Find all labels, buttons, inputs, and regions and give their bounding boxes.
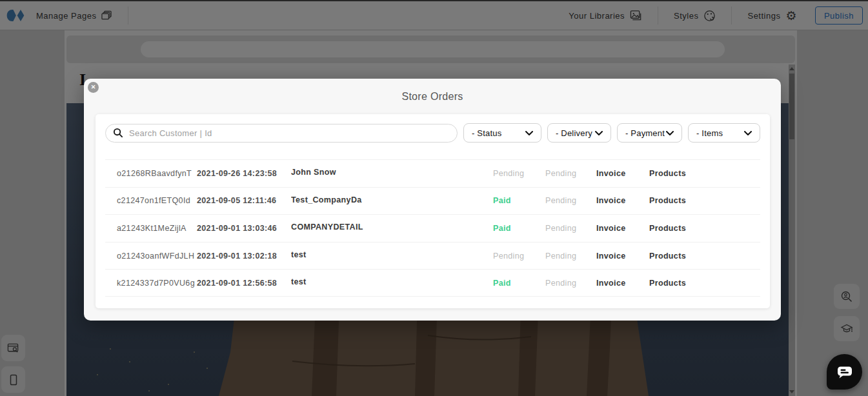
chevron-down-icon	[525, 131, 533, 135]
chevron-down-icon	[744, 131, 752, 135]
items-filter-select[interactable]: - Items	[688, 123, 760, 143]
chat-bubble-icon	[836, 366, 853, 379]
search-field-wrap	[105, 124, 458, 143]
chevron-down-icon	[595, 131, 603, 135]
order-customer: test	[291, 250, 493, 261]
delivery-filter-select[interactable]: - Delivery	[547, 123, 611, 143]
order-delivery: Pending	[545, 252, 596, 261]
order-row: a21243Kt1MeZijlA 2021-09-01 13:03:46 COM…	[105, 214, 760, 242]
order-row: o21243oanfWFdJLH 2021-09-01 13:02:18 tes…	[105, 242, 760, 270]
order-row: k2124337d7P0VU6g 2021-09-01 12:56:58 tes…	[105, 269, 760, 297]
products-link[interactable]: Products	[649, 224, 760, 233]
invoice-link[interactable]: Invoice	[596, 224, 649, 233]
order-status: Pending	[493, 252, 545, 261]
modal-title: Store Orders	[84, 91, 781, 103]
orders-table: o21268RBaavdfynT 2021-09-26 14:23:58 Joh…	[105, 159, 760, 297]
order-id: o21268RBaavdfynT	[117, 169, 197, 178]
order-status: Paid	[493, 279, 545, 288]
store-orders-modal: ✕ Store Orders - Status - Delivery	[84, 79, 781, 321]
order-date: 2021-09-01 13:03:46	[197, 224, 291, 233]
search-icon	[113, 128, 123, 138]
order-status: Paid	[493, 196, 545, 205]
order-delivery: Pending	[545, 279, 596, 288]
order-date: 2021-09-26 14:23:58	[197, 169, 291, 178]
products-link[interactable]: Products	[649, 196, 760, 205]
order-customer: COMPANYDETAIL	[291, 223, 493, 233]
filter-label: - Status	[472, 128, 501, 138]
filter-label: - Payment	[625, 128, 665, 138]
products-link[interactable]: Products	[649, 169, 760, 178]
order-customer: John Snow	[291, 168, 493, 179]
invoice-link[interactable]: Invoice	[596, 252, 649, 261]
order-customer: Test_CompanyDa	[291, 195, 493, 206]
filter-label: - Items	[696, 128, 723, 138]
products-link[interactable]: Products	[649, 252, 760, 261]
order-date: 2021-09-01 12:56:58	[197, 279, 291, 288]
order-delivery: Pending	[545, 224, 596, 233]
order-id: o21243oanfWFdJLH	[117, 252, 197, 261]
status-filter-select[interactable]: - Status	[463, 123, 541, 143]
invoice-link[interactable]: Invoice	[596, 279, 649, 288]
order-delivery: Pending	[545, 196, 596, 205]
order-id: k2124337d7P0VU6g	[117, 279, 197, 288]
order-date: 2021-09-05 12:11:46	[197, 196, 291, 205]
order-row: c21247on1fETQ0Id 2021-09-05 12:11:46 Tes…	[105, 187, 760, 215]
chevron-down-icon	[666, 131, 674, 135]
order-status: Paid	[493, 224, 545, 233]
order-date: 2021-09-01 13:02:18	[197, 252, 291, 261]
order-row: o21268RBaavdfynT 2021-09-26 14:23:58 Joh…	[105, 159, 760, 187]
invoice-link[interactable]: Invoice	[596, 169, 649, 178]
order-delivery: Pending	[545, 169, 596, 178]
order-id: c21247on1fETQ0Id	[117, 196, 197, 205]
search-input[interactable]	[105, 124, 458, 143]
order-id: a21243Kt1MeZijlA	[117, 224, 197, 233]
chat-widget-button[interactable]	[827, 354, 862, 390]
invoice-link[interactable]: Invoice	[596, 196, 649, 205]
order-customer: test	[291, 277, 493, 288]
page-builder-app: Manage Pages Your Libraries Styles	[0, 0, 868, 396]
order-status: Pending	[493, 169, 545, 178]
filter-label: - Delivery	[556, 128, 592, 138]
orders-panel: - Status - Delivery - Payment - Items	[96, 114, 770, 308]
products-link[interactable]: Products	[649, 279, 760, 288]
payment-filter-select[interactable]: - Payment	[617, 123, 682, 143]
